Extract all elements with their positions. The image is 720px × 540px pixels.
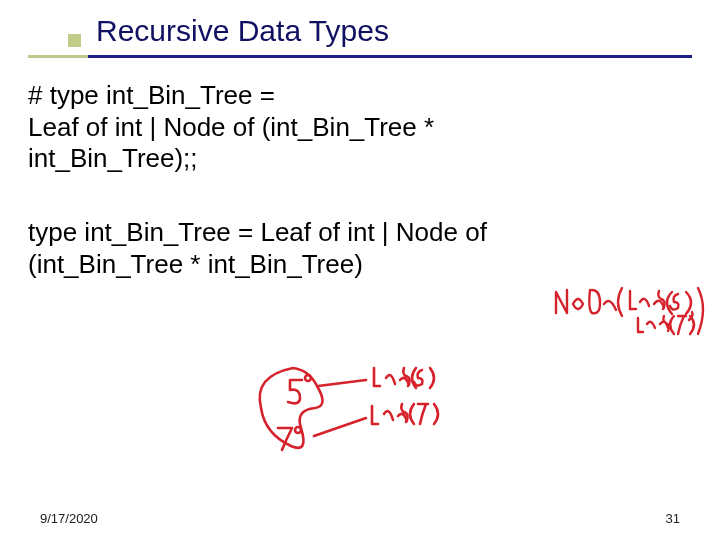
footer-date: 9/17/2020 [40,511,98,526]
slide-body: # type int_Bin_Tree = Leaf of int | Node… [28,80,692,281]
code-line-2: Leaf of int | Node of (int_Bin_Tree * [28,112,692,144]
footer-page-number: 31 [666,511,680,526]
title-bullet-icon [68,34,81,47]
slide: Recursive Data Types # type int_Bin_Tree… [0,0,720,540]
slide-title: Recursive Data Types [96,14,389,48]
result-line-2: (int_Bin_Tree * int_Bin_Tree) [28,249,692,281]
title-underline [0,55,720,61]
underline-long [28,55,692,58]
svg-point-0 [305,375,311,381]
code-line-1: # type int_Bin_Tree = [28,80,692,112]
result-line-1: type int_Bin_Tree = Leaf of int | Node o… [28,217,692,249]
svg-point-1 [295,427,301,433]
underline-short [28,55,88,58]
code-line-3: int_Bin_Tree);; [28,143,692,175]
ink-tree-diagram-icon [238,350,498,470]
